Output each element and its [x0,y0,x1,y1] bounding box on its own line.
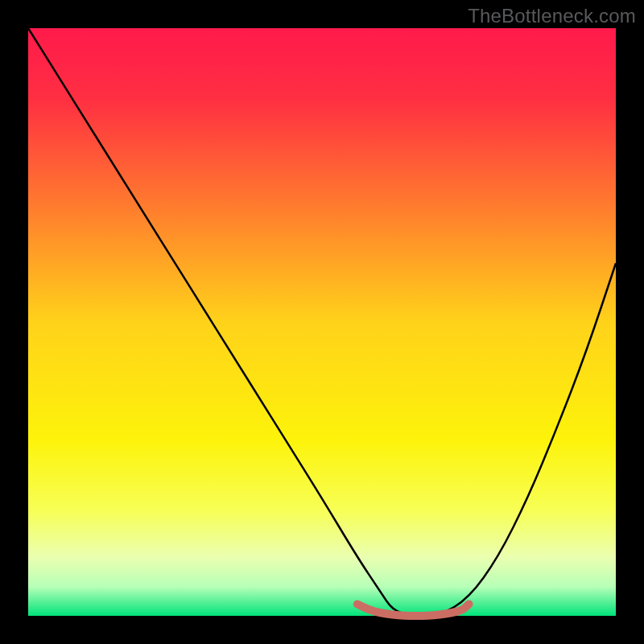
watermark-text: TheBottleneck.com [468,5,636,27]
chart-frame: { "watermark": "TheBottleneck.com", "cha… [0,0,644,644]
gradient-background [28,28,616,616]
bottleneck-chart [0,0,644,644]
